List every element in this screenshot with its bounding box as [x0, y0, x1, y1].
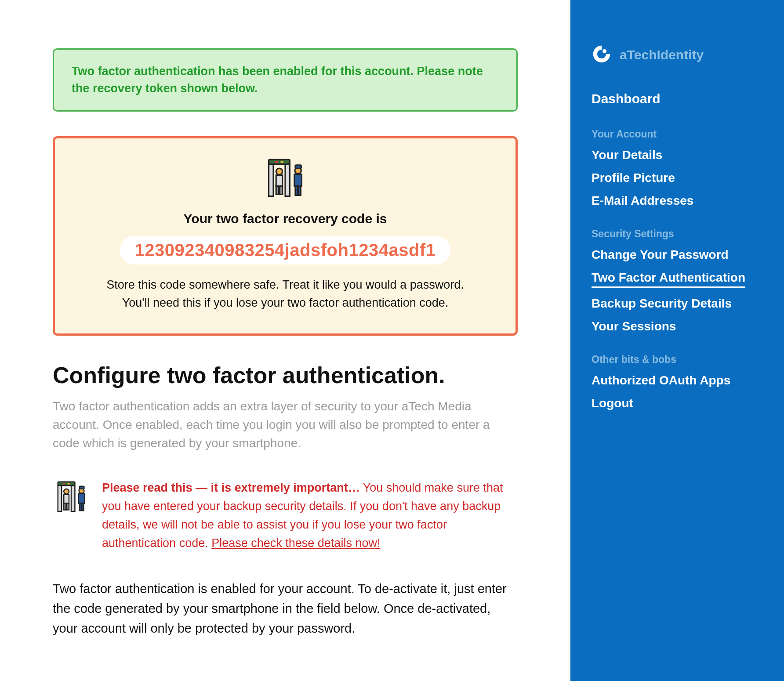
nav-section-account: Your Account Your Details Profile Pictur…: [592, 128, 763, 208]
deactivate-text: Two factor authentication is enabled for…: [53, 579, 518, 638]
recovery-code: 123092340983254jadsfoh1234asdf1: [120, 236, 451, 264]
svg-rect-12: [295, 186, 298, 196]
alert-success-text: Two factor authentication has been enabl…: [72, 65, 483, 95]
svg-rect-26: [79, 504, 81, 511]
nav-item-change-password[interactable]: Change Your Password: [592, 248, 763, 262]
security-gate-icon: [77, 156, 494, 203]
brand: aTechIdentity: [592, 44, 763, 66]
recovery-panel: Your two factor recovery code is 1230923…: [53, 136, 518, 336]
svg-rect-24: [79, 486, 84, 489]
brand-prefix: aTech: [620, 47, 657, 62]
svg-rect-22: [67, 504, 69, 510]
svg-point-19: [64, 489, 69, 494]
svg-rect-17: [58, 485, 62, 511]
svg-rect-3: [269, 164, 273, 196]
nav-item-logout[interactable]: Logout: [592, 396, 763, 410]
recovery-title: Your two factor recovery code is: [77, 211, 494, 226]
nav-item-email-addresses[interactable]: E-Mail Addresses: [592, 194, 763, 208]
nav-dashboard[interactable]: Dashboard: [592, 91, 763, 106]
nav-section-security: Security Settings Change Your Password T…: [592, 228, 763, 333]
brand-logo-icon: [592, 44, 612, 66]
nav-item-your-details[interactable]: Your Details: [592, 148, 763, 162]
svg-point-28: [603, 49, 606, 53]
warning-strong: Please read this — it is extremely impor…: [102, 481, 360, 494]
nav-item-two-factor[interactable]: Two Factor Authentication: [592, 271, 745, 288]
svg-rect-1: [275, 161, 278, 163]
svg-rect-27: [82, 504, 83, 511]
nav-section-label-other: Other bits & bobs: [592, 354, 763, 366]
nav-item-backup-security[interactable]: Backup Security Details: [592, 297, 763, 311]
nav-section-label-security: Security Settings: [592, 228, 763, 240]
brand-suffix: Identity: [657, 47, 704, 62]
svg-rect-11: [294, 174, 302, 186]
svg-rect-8: [280, 186, 283, 195]
svg-rect-10: [295, 165, 301, 168]
svg-rect-25: [79, 494, 84, 504]
svg-rect-20: [64, 495, 69, 504]
svg-rect-21: [64, 504, 66, 510]
warning-link[interactable]: Please check these details now!: [211, 536, 380, 550]
warning-row: Please read this — it is extremely impor…: [53, 479, 518, 552]
nav-section-other: Other bits & bobs Authorized OAuth Apps …: [592, 354, 763, 410]
brand-name: aTechIdentity: [620, 47, 704, 62]
warning-text: Please read this — it is extremely impor…: [102, 479, 518, 552]
sidebar: aTechIdentity Dashboard Your Account You…: [570, 0, 784, 681]
page-title: Configure two factor authentication.: [53, 362, 518, 388]
recovery-note: Store this code somewhere safe. Treat it…: [92, 276, 479, 312]
svg-rect-2: [281, 161, 283, 163]
nav-section-label-account: Your Account: [592, 128, 763, 140]
nav-item-sessions[interactable]: Your Sessions: [592, 319, 763, 333]
main-content: Two factor authentication has been enabl…: [0, 0, 570, 681]
svg-rect-13: [298, 186, 301, 196]
security-gate-icon-small: [53, 479, 90, 552]
alert-success: Two factor authentication has been enabl…: [53, 48, 518, 112]
svg-rect-4: [285, 164, 290, 196]
nav-item-oauth-apps[interactable]: Authorized OAuth Apps: [592, 373, 763, 388]
nav-item-profile-picture[interactable]: Profile Picture: [592, 171, 763, 185]
page-subtitle: Two factor authentication adds an extra …: [53, 397, 518, 453]
svg-rect-18: [71, 485, 75, 511]
svg-rect-6: [276, 175, 283, 186]
svg-rect-7: [276, 186, 279, 195]
svg-rect-15: [63, 483, 65, 485]
svg-point-5: [276, 168, 283, 175]
svg-rect-16: [68, 483, 70, 485]
svg-rect-14: [58, 482, 75, 485]
